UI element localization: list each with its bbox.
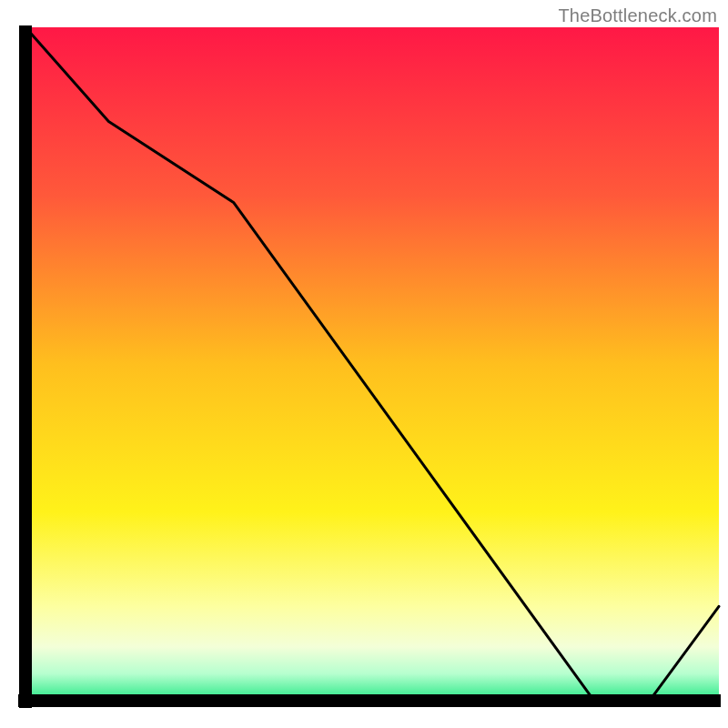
gradient-background [25, 27, 719, 701]
bottleneck-chart [0, 0, 728, 728]
attribution-text: TheBottleneck.com [558, 5, 717, 26]
chart-container: TheBottleneck.com [0, 0, 728, 728]
